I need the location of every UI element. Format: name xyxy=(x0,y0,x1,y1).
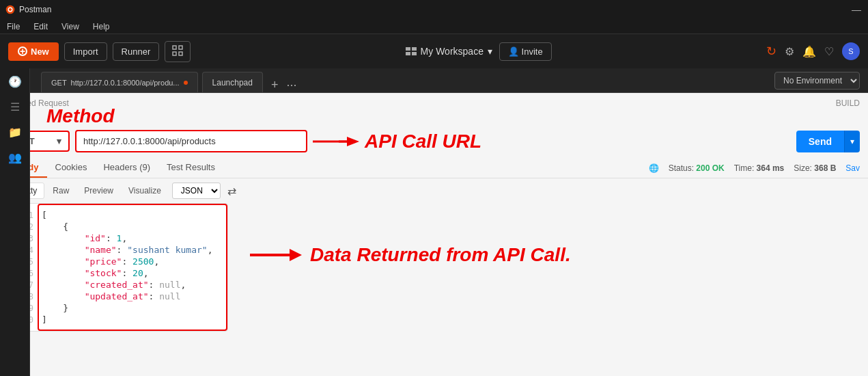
tab-dot xyxy=(184,81,188,85)
svg-point-2 xyxy=(9,8,12,11)
menu-bar: File Edit View Help xyxy=(0,19,868,34)
runner-button[interactable]: Runner xyxy=(113,42,160,61)
code-and-annotation: 1 [ 2 { 3 "id": 1, 4 "name": "sushant ku… xyxy=(0,203,868,340)
title-bar: Postman — xyxy=(0,0,868,19)
method-chevron-icon: ▾ xyxy=(57,136,61,146)
sidebar-history-icon[interactable]: 🕐 xyxy=(8,75,22,88)
svg-rect-4 xyxy=(179,46,182,49)
left-sidebar: 🕐 ☰ 📁 👥 xyxy=(0,68,30,376)
status-label: Status: 200 OK xyxy=(669,163,725,173)
wrap-icon[interactable]: ⇄ xyxy=(227,185,236,198)
code-line-8: 8 "updated_at": null xyxy=(17,291,227,302)
workspace-center: My Workspace ▾ 👤 Invite xyxy=(196,42,761,61)
toolbar-icons: ↻ ⚙ 🔔 ♡ S xyxy=(766,42,860,60)
menu-help[interactable]: Help xyxy=(90,21,113,33)
invite-person-icon: 👤 xyxy=(508,46,519,57)
avatar[interactable]: S xyxy=(842,42,860,60)
code-line-3: 3 "id": 1, xyxy=(17,232,227,244)
menu-file[interactable]: File xyxy=(4,21,23,33)
menu-view[interactable]: View xyxy=(59,21,82,33)
workspace-button[interactable]: My Workspace ▾ xyxy=(406,46,492,57)
heart-icon[interactable]: ♡ xyxy=(824,45,834,58)
send-dropdown-button[interactable]: ▾ xyxy=(844,131,860,152)
menu-edit[interactable]: Edit xyxy=(31,21,51,33)
workspace-chevron-icon: ▾ xyxy=(488,46,492,57)
capture-icon xyxy=(172,45,183,56)
time-label: Time: 364 ms xyxy=(734,163,785,173)
svg-rect-10 xyxy=(412,52,417,55)
code-line-7: 7 "created_at": null, xyxy=(17,279,227,291)
code-line-1: 1 [ xyxy=(17,209,227,221)
url-arrow-icon xyxy=(313,132,361,151)
svg-marker-15 xyxy=(290,249,302,261)
code-line-2: 2 { xyxy=(17,221,227,232)
globe-icon: 🌐 xyxy=(649,163,659,173)
svg-marker-12 xyxy=(347,137,359,146)
tab-label: GET http://127.0.0.1:8000/api/produ... xyxy=(51,79,180,87)
svg-rect-9 xyxy=(406,52,410,55)
code-line-10: 10 ] xyxy=(17,314,227,325)
tab-launchpad-label: Launchpad xyxy=(212,78,253,88)
code-line-6: 6 "stock": 20, xyxy=(17,267,227,279)
invite-button[interactable]: 👤 Invite xyxy=(499,42,552,61)
svg-rect-3 xyxy=(173,46,176,49)
tabs-area: GET http://127.0.0.1:8000/api/produ... L… xyxy=(0,68,868,93)
request-name-row: Untitled Request BUILD xyxy=(0,93,868,111)
send-btn-group: Send ▾ xyxy=(796,131,860,152)
import-button[interactable]: Import xyxy=(64,42,107,61)
svg-rect-6 xyxy=(179,52,182,55)
svg-rect-7 xyxy=(406,47,410,51)
fmt-tab-visualize[interactable]: Visualize xyxy=(122,183,168,198)
svg-rect-8 xyxy=(412,47,417,51)
resp-tab-headers[interactable]: Headers (9) xyxy=(95,158,158,178)
save-label[interactable]: Sav xyxy=(845,163,860,173)
fmt-tab-preview[interactable]: Preview xyxy=(77,183,120,198)
format-tabs: Pretty Raw Preview Visualize JSON XML Te… xyxy=(0,178,868,203)
tab-more-button[interactable]: ··· xyxy=(282,78,300,92)
plus-icon: + xyxy=(18,46,27,56)
resp-tab-test-results[interactable]: Test Results xyxy=(158,158,223,178)
build-label: BUILD xyxy=(836,98,860,108)
capture-button[interactable] xyxy=(165,41,191,62)
sync-icon[interactable]: ↻ xyxy=(766,44,776,59)
code-line-5: 5 "price": 2500, xyxy=(17,256,227,267)
url-input[interactable] xyxy=(75,130,307,152)
fmt-tab-raw[interactable]: Raw xyxy=(46,183,76,198)
code-area: 1 [ 2 { 3 "id": 1, 4 "name": "sushant ku… xyxy=(16,203,228,332)
svg-rect-5 xyxy=(173,52,176,55)
postman-logo-icon xyxy=(5,5,15,14)
size-val: 368 B xyxy=(814,163,836,173)
code-line-9: 9 } xyxy=(17,302,227,314)
sidebar-folder-icon[interactable]: 📁 xyxy=(8,126,22,139)
status-bar: 🌐 Status: 200 OK Time: 364 ms Size: 368 … xyxy=(649,163,860,173)
settings-icon[interactable]: ⚙ xyxy=(785,45,794,58)
toolbar: + New Import Runner My Workspace ▾ 👤 Inv… xyxy=(0,34,868,68)
data-arrow-icon xyxy=(250,244,305,266)
app-title: Postman xyxy=(19,5,51,14)
tab-add-button[interactable]: + xyxy=(267,78,283,92)
resp-tab-cookies[interactable]: Cookies xyxy=(47,158,96,178)
bell-icon[interactable]: 🔔 xyxy=(802,45,816,58)
time-val: 364 ms xyxy=(757,163,785,173)
response-tabs: Body Cookies Headers (9) Test Results 🌐 … xyxy=(0,155,868,178)
url-bar-row: GET ▾ API Call URL Send ▾ xyxy=(0,127,868,155)
workspace-grid-icon xyxy=(406,47,417,55)
tab-launchpad[interactable]: Launchpad xyxy=(202,72,263,92)
minimize-button[interactable]: — xyxy=(852,4,861,15)
tab-request[interactable]: GET http://127.0.0.1:8000/api/produ... xyxy=(41,72,198,92)
status-ok: 200 OK xyxy=(696,163,724,173)
code-line-4: 4 "name": "sushant kumar", xyxy=(17,244,227,256)
method-annotation: Method xyxy=(46,105,115,127)
environment-select[interactable]: No Environment xyxy=(774,72,860,90)
size-label: Size: 368 B xyxy=(794,163,836,173)
data-label: Data Returned from API Call. xyxy=(310,244,571,266)
format-select[interactable]: JSON XML Text xyxy=(172,183,221,199)
url-annotation: API Call URL xyxy=(313,131,481,152)
new-button[interactable]: + New xyxy=(8,42,59,61)
send-button[interactable]: Send xyxy=(796,131,844,152)
api-url-label: API Call URL xyxy=(365,131,481,152)
sidebar-team-icon[interactable]: 👥 xyxy=(8,151,22,164)
data-annotation: Data Returned from API Call. xyxy=(250,244,571,266)
sidebar-collections-icon[interactable]: ☰ xyxy=(10,100,20,113)
